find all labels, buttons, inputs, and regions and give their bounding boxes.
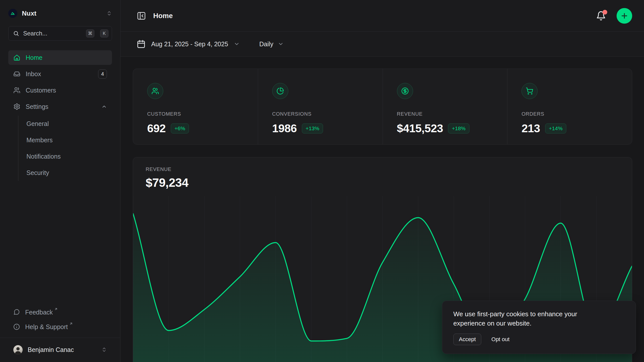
page-header: Home xyxy=(120,0,644,32)
optout-cookies-button[interactable]: Opt out xyxy=(491,336,509,343)
sidebar-item-feedback[interactable]: Feedback xyxy=(8,305,112,320)
sidebar-item-general[interactable]: General xyxy=(26,116,112,132)
filter-toolbar: Aug 21, 2025 - Sep 4, 2025 Daily xyxy=(120,32,644,57)
cart-icon xyxy=(521,83,538,99)
pie-chart-icon xyxy=(272,83,288,99)
cookie-message: We use first-party cookies to enhance yo… xyxy=(453,309,604,328)
nuxt-logo-icon xyxy=(8,9,17,18)
subnav-label: Notifications xyxy=(26,153,61,160)
sidebar-item-label: Home xyxy=(26,54,107,61)
sidebar-item-label: Customers xyxy=(26,87,107,94)
accept-cookies-button[interactable]: Accept xyxy=(453,334,481,345)
info-circle-icon xyxy=(13,324,20,330)
stat-value: 213 xyxy=(521,122,540,135)
calendar-icon xyxy=(137,39,146,49)
add-button[interactable] xyxy=(617,8,632,24)
users-icon xyxy=(13,87,20,94)
stat-delta-badge: +13% xyxy=(302,123,323,133)
dollar-circle-icon xyxy=(397,83,413,99)
sidebar-item-help-support[interactable]: Help & Support xyxy=(8,320,112,334)
period-value: Daily xyxy=(259,40,273,48)
chevron-down-icon xyxy=(234,41,240,47)
stat-label: CONVERSIONS xyxy=(272,111,370,117)
subnav-label: General xyxy=(26,120,49,127)
user-name: Benjamin Canac xyxy=(28,346,96,353)
stat-delta-badge: +18% xyxy=(448,123,469,133)
kbd-command: ⌘ xyxy=(86,29,94,37)
period-select[interactable]: Daily xyxy=(259,40,284,48)
kbd-k: K xyxy=(100,29,108,37)
stat-customers[interactable]: CUSTOMERS 692 +6% xyxy=(133,69,258,144)
stat-delta-badge: +6% xyxy=(171,123,189,133)
gear-icon xyxy=(13,103,20,110)
chevron-up-icon xyxy=(101,104,107,109)
subnav-label: Members xyxy=(26,137,53,144)
stat-label: ORDERS xyxy=(521,111,619,117)
revenue-panel-label: REVENUE xyxy=(146,166,618,172)
search-input[interactable]: Search... ⌘ K xyxy=(8,26,112,41)
chevron-down-icon xyxy=(278,41,284,47)
inbox-icon xyxy=(13,70,20,77)
sidebar-item-notifications[interactable]: Notifications xyxy=(26,148,112,165)
chevrons-up-down-icon xyxy=(106,11,112,16)
message-circle-icon xyxy=(13,309,20,315)
stats-row: CUSTOMERS 692 +6% CONVERSIONS 1986 xyxy=(133,69,632,145)
sidebar-item-settings[interactable]: Settings xyxy=(8,99,112,114)
subnav-label: Security xyxy=(26,169,49,176)
sidebar-item-label: Feedback xyxy=(25,309,58,316)
stat-conversions[interactable]: CONVERSIONS 1986 +13% xyxy=(258,69,383,144)
sidebar-item-customers[interactable]: Customers xyxy=(8,83,112,98)
users-icon xyxy=(147,83,163,99)
date-range-picker[interactable]: Aug 21, 2025 - Sep 4, 2025 xyxy=(137,39,240,49)
avatar xyxy=(13,345,23,354)
sidebar: Nuxt Search... ⌘ K xyxy=(0,0,120,362)
sidebar-item-label: Inbox xyxy=(26,70,93,78)
workspace-name: Nuxt xyxy=(22,10,102,17)
sidebar-item-label: Help & Support xyxy=(25,323,73,331)
stat-value: 692 xyxy=(147,122,166,135)
stat-value: $415,523 xyxy=(397,122,443,135)
arrow-up-right-icon xyxy=(69,322,73,326)
house-icon xyxy=(13,54,20,61)
stat-revenue[interactable]: REVENUE $415,523 +18% xyxy=(383,69,507,144)
chevrons-up-down-icon xyxy=(101,347,107,352)
user-menu[interactable]: Benjamin Canac xyxy=(8,342,112,357)
stat-orders[interactable]: ORDERS 213 +14% xyxy=(507,69,632,144)
notification-dot xyxy=(602,10,607,15)
sidebar-item-security[interactable]: Security xyxy=(26,165,112,181)
page-title: Home xyxy=(153,12,596,20)
sidebar-item-label: Settings xyxy=(26,103,96,110)
workspace-switcher[interactable]: Nuxt xyxy=(8,6,112,21)
plus-icon xyxy=(620,12,628,20)
search-icon xyxy=(13,30,19,36)
inbox-count-badge: 4 xyxy=(98,69,107,79)
date-range-value: Aug 21, 2025 - Sep 4, 2025 xyxy=(151,40,228,48)
stat-label: CUSTOMERS xyxy=(147,111,245,117)
sidebar-collapse-button[interactable] xyxy=(137,11,146,21)
cookie-banner: We use first-party cookies to enhance yo… xyxy=(442,301,636,354)
stat-delta-badge: +14% xyxy=(545,123,566,133)
stat-value: 1986 xyxy=(272,122,297,135)
sidebar-item-members[interactable]: Members xyxy=(26,132,112,148)
sidebar-nav: Home Inbox 4 xyxy=(8,50,112,181)
arrow-up-right-icon xyxy=(54,307,58,311)
sidebar-divider xyxy=(0,338,120,338)
settings-subnav: General Members Notifications Security xyxy=(18,116,112,181)
sidebar-item-inbox[interactable]: Inbox 4 xyxy=(8,67,112,81)
revenue-panel-value: $79,234 xyxy=(146,176,618,190)
notifications-button[interactable] xyxy=(596,11,606,21)
search-placeholder: Search... xyxy=(23,30,82,37)
sidebar-item-home[interactable]: Home xyxy=(8,50,112,65)
stat-label: REVENUE xyxy=(397,111,495,117)
